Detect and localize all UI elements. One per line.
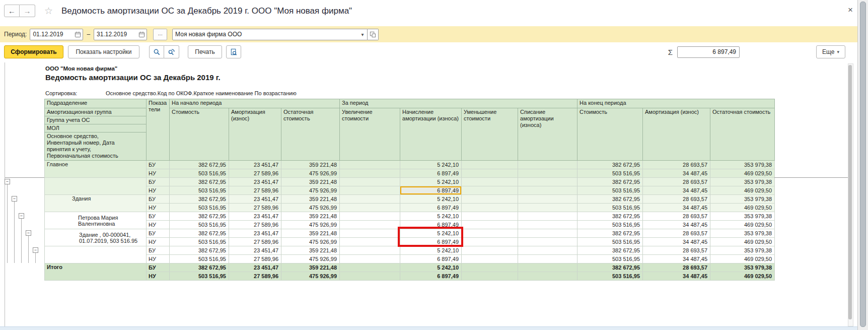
header-row-dimension[interactable]: Основное средство, Инвентарный номер, Да… bbox=[45, 133, 147, 161]
value-cell[interactable]: 27 589,96 bbox=[229, 238, 281, 246]
generate-button[interactable]: Сформировать bbox=[4, 45, 63, 58]
value-cell[interactable]: 382 672,95 bbox=[170, 178, 229, 186]
value-cell[interactable]: 359 221,48 bbox=[281, 212, 340, 221]
header-col-depreciation-end[interactable]: Амортизация (износ) bbox=[643, 108, 710, 161]
value-cell[interactable]: 469 029,50 bbox=[710, 238, 775, 246]
value-cell[interactable] bbox=[462, 263, 518, 272]
indicator-cell[interactable]: НУ bbox=[147, 169, 170, 178]
value-cell[interactable]: 23 451,47 bbox=[229, 178, 281, 186]
value-cell[interactable] bbox=[340, 238, 400, 246]
collapse-group-button[interactable]: − bbox=[33, 247, 38, 253]
value-cell[interactable] bbox=[518, 178, 577, 186]
period-choice-button[interactable]: ... bbox=[153, 29, 167, 40]
value-cell[interactable]: 23 451,47 bbox=[229, 229, 281, 238]
header-col-residual-begin[interactable]: Остаточная стоимость bbox=[281, 108, 340, 161]
value-cell[interactable]: 28 693,57 bbox=[643, 195, 710, 204]
value-cell[interactable] bbox=[518, 272, 577, 281]
group-label-cell[interactable]: Здание , 00-000041, 01.07.2019, 503 516.… bbox=[45, 229, 147, 246]
header-col-depreciation-begin[interactable]: Амортизация (износ) bbox=[229, 108, 281, 161]
value-cell[interactable]: 28 693,57 bbox=[643, 246, 710, 255]
value-cell[interactable]: 503 516,95 bbox=[170, 221, 229, 229]
value-cell[interactable] bbox=[340, 255, 400, 263]
value-cell[interactable]: 27 589,96 bbox=[229, 169, 281, 178]
indicator-cell[interactable]: НУ bbox=[147, 221, 170, 229]
indicator-cell[interactable]: БУ bbox=[147, 161, 170, 169]
value-cell[interactable]: 503 516,95 bbox=[170, 238, 229, 246]
indicator-cell[interactable]: НУ bbox=[147, 272, 170, 281]
value-cell[interactable]: 503 516,95 bbox=[170, 272, 229, 281]
value-cell[interactable] bbox=[340, 204, 400, 212]
value-cell[interactable]: 34 487,45 bbox=[643, 221, 710, 229]
value-cell[interactable] bbox=[518, 169, 577, 178]
value-cell[interactable]: 353 979,38 bbox=[710, 161, 775, 169]
value-cell[interactable]: 469 029,50 bbox=[710, 272, 775, 281]
value-cell[interactable]: 28 693,57 bbox=[643, 178, 710, 186]
value-cell[interactable]: 382 672,95 bbox=[577, 161, 643, 169]
value-cell[interactable]: 503 516,95 bbox=[577, 186, 643, 195]
value-cell[interactable] bbox=[462, 204, 518, 212]
value-cell[interactable]: 382 672,95 bbox=[170, 212, 229, 221]
value-cell[interactable]: 5 242,10 bbox=[400, 161, 462, 169]
value-cell[interactable] bbox=[462, 272, 518, 281]
value-cell[interactable]: 475 926,99 bbox=[281, 238, 340, 246]
back-button[interactable]: ← bbox=[4, 5, 20, 17]
value-cell[interactable]: 503 516,95 bbox=[577, 255, 643, 263]
group-label-cell[interactable]: Итого bbox=[45, 263, 147, 281]
value-cell[interactable]: 469 029,50 bbox=[710, 255, 775, 263]
value-cell[interactable]: 353 979,38 bbox=[710, 178, 775, 186]
value-cell[interactable]: 382 672,95 bbox=[170, 246, 229, 255]
value-cell[interactable]: 359 221,48 bbox=[281, 161, 340, 169]
value-cell[interactable]: 353 979,38 bbox=[710, 263, 775, 272]
value-cell[interactable] bbox=[340, 212, 400, 221]
group-label-cell[interactable] bbox=[45, 246, 147, 263]
value-cell[interactable]: 475 926,99 bbox=[281, 186, 340, 195]
value-cell[interactable]: 382 672,95 bbox=[577, 246, 643, 255]
header-col-depreciation-charged[interactable]: Начисление амортизации (износа) bbox=[400, 108, 462, 161]
selected-value-cell[interactable]: 6 897,49 bbox=[400, 186, 462, 195]
value-cell[interactable]: 28 693,57 bbox=[643, 161, 710, 169]
value-cell[interactable]: 23 451,47 bbox=[229, 212, 281, 221]
search-button[interactable] bbox=[149, 45, 164, 58]
indicator-cell[interactable]: БУ bbox=[147, 263, 170, 272]
value-cell[interactable] bbox=[462, 161, 518, 169]
close-icon[interactable]: × bbox=[848, 5, 853, 15]
value-cell[interactable] bbox=[340, 186, 400, 195]
value-cell[interactable] bbox=[518, 221, 577, 229]
value-cell[interactable] bbox=[462, 169, 518, 178]
window-scrollbar-thumb[interactable] bbox=[860, 2, 866, 327]
value-cell[interactable]: 469 029,50 bbox=[710, 186, 775, 195]
sum-field[interactable]: 6 897,49 bbox=[677, 46, 740, 58]
value-cell[interactable]: 5 242,10 bbox=[400, 246, 462, 255]
value-cell[interactable] bbox=[462, 195, 518, 204]
value-cell[interactable]: 27 589,96 bbox=[229, 186, 281, 195]
value-cell[interactable] bbox=[462, 238, 518, 246]
header-col-residual-end[interactable]: Остаточная стоимость bbox=[710, 108, 775, 161]
value-cell[interactable] bbox=[518, 263, 577, 272]
value-cell[interactable]: 6 897,49 bbox=[400, 169, 462, 178]
value-cell[interactable]: 469 029,50 bbox=[710, 221, 775, 229]
value-cell[interactable] bbox=[340, 221, 400, 229]
group-label-cell[interactable] bbox=[45, 178, 147, 195]
collapse-group-button[interactable]: − bbox=[12, 196, 17, 202]
value-cell[interactable]: 382 672,95 bbox=[577, 229, 643, 238]
value-cell[interactable] bbox=[462, 255, 518, 263]
indicator-cell[interactable]: БУ bbox=[147, 195, 170, 204]
value-cell[interactable]: 359 221,48 bbox=[281, 178, 340, 186]
search-next-button[interactable] bbox=[164, 45, 179, 58]
indicator-cell[interactable]: НУ bbox=[147, 238, 170, 246]
value-cell[interactable]: 27 589,96 bbox=[229, 255, 281, 263]
header-col-cost-end[interactable]: Стоимость bbox=[577, 108, 643, 161]
indicator-cell[interactable]: НУ bbox=[147, 255, 170, 263]
value-cell[interactable] bbox=[518, 195, 577, 204]
indicator-cell[interactable]: НУ bbox=[147, 186, 170, 195]
print-button[interactable]: Печать bbox=[188, 45, 222, 58]
value-cell[interactable]: 5 242,10 bbox=[400, 212, 462, 221]
value-cell[interactable] bbox=[518, 186, 577, 195]
value-cell[interactable]: 5 242,10 bbox=[400, 178, 462, 186]
value-cell[interactable]: 503 516,95 bbox=[577, 221, 643, 229]
print-preview-button[interactable] bbox=[226, 45, 241, 58]
header-col-cost-begin[interactable]: Стоимость bbox=[170, 108, 229, 161]
value-cell[interactable]: 28 693,57 bbox=[643, 229, 710, 238]
value-cell[interactable]: 27 589,96 bbox=[229, 204, 281, 212]
value-cell[interactable]: 475 926,99 bbox=[281, 255, 340, 263]
